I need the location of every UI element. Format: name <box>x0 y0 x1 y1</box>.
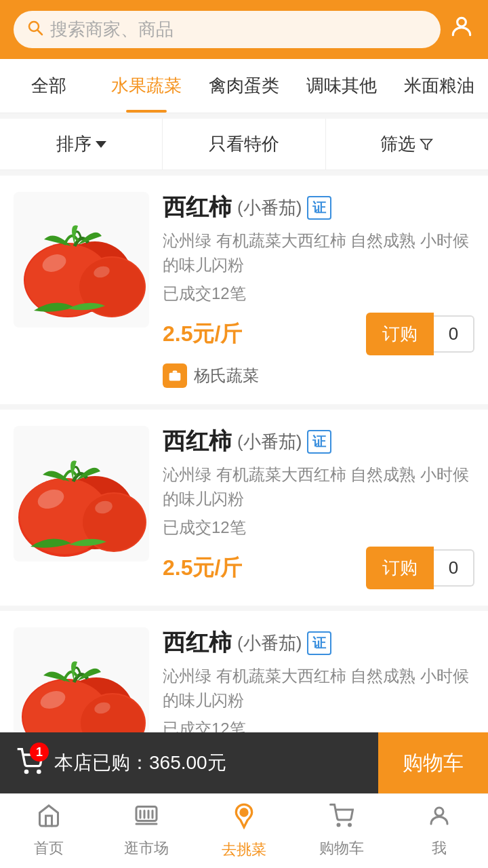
svg-point-2 <box>458 18 466 26</box>
nav-pick-label: 去挑菜 <box>222 840 266 860</box>
market-icon <box>134 804 159 834</box>
user-icon[interactable] <box>449 14 474 45</box>
product-image-1 <box>14 192 149 328</box>
tomato-svg-2 <box>14 426 149 561</box>
svg-point-34 <box>241 809 247 816</box>
category-all[interactable]: 全部 <box>0 59 98 113</box>
product-card-2: 西红柿 (小番茄) 证 沁州绿 有机蔬菜大西红柿 自然成熟 小时候的味儿闪粉 已… <box>0 410 488 606</box>
product-title-2: 西红柿 (小番茄) 证 <box>163 426 474 457</box>
sort-arrow-icon <box>96 141 106 148</box>
price-row-1: 2.5元/斤 订购 0 <box>163 313 474 355</box>
svg-point-26 <box>25 770 27 772</box>
product-name-sub-1: (小番茄) <box>237 196 302 220</box>
svg-point-27 <box>38 770 40 772</box>
product-name-sub-2: (小番茄) <box>237 430 302 454</box>
product-name-sub-3: (小番茄) <box>237 631 302 655</box>
go-to-cart-button[interactable]: 购物车 <box>378 732 488 793</box>
nav-me-label: 我 <box>432 838 447 859</box>
pick-icon <box>230 802 258 835</box>
product-info-2: 西红柿 (小番茄) 证 沁州绿 有机蔬菜大西红柿 自然成熟 小时候的味儿闪粉 已… <box>163 426 474 589</box>
cart-bar: 1 本店已购：365.00元 购物车 <box>0 732 488 793</box>
search-input-placeholder: 搜索商家、商品 <box>50 18 174 41</box>
nav-home[interactable]: 首页 <box>0 797 98 865</box>
nav-home-label: 首页 <box>34 838 64 859</box>
category-fruits-veg[interactable]: 水果蔬菜 <box>98 59 195 113</box>
category-meat-eggs[interactable]: 禽肉蛋类 <box>195 59 293 113</box>
screen-label: 筛选 <box>380 132 415 156</box>
category-seasoning[interactable]: 调味其他 <box>293 59 390 113</box>
cert-badge-1: 证 <box>307 196 331 220</box>
nav-me[interactable]: 我 <box>390 797 488 865</box>
special-filter[interactable]: 只看特价 <box>163 119 325 170</box>
cart-icon-wrap: 1 <box>16 748 43 778</box>
nav-cart[interactable]: 购物车 <box>293 797 390 865</box>
cart-info: 1 本店已购：365.00元 <box>0 748 378 778</box>
filter-bar: 排序 只看特价 筛选 <box>0 119 488 170</box>
svg-point-35 <box>338 824 340 826</box>
order-button-1[interactable]: 订购 <box>366 313 434 355</box>
product-desc-1: 沁州绿 有机蔬菜大西红柿 自然成熟 小时候的味儿闪粉 <box>163 229 474 277</box>
search-icon <box>27 20 43 40</box>
product-stats-2: 已成交12笔 <box>163 517 474 538</box>
product-stats-1: 已成交12笔 <box>163 283 474 304</box>
product-desc-3: 沁州绿 有机蔬菜大西红柿 自然成熟 小时候的味儿闪粉 <box>163 664 474 713</box>
nav-cart-label: 购物车 <box>319 838 364 859</box>
product-desc-2: 沁州绿 有机蔬菜大西红柿 自然成熟 小时候的味儿闪粉 <box>163 462 474 511</box>
cart-nav-icon <box>329 804 354 834</box>
product-image-2 <box>14 426 149 561</box>
product-info-1: 西红柿 (小番茄) 证 沁州绿 有机蔬菜大西红柿 自然成熟 小时候的味儿闪粉 已… <box>163 192 474 388</box>
screen-filter[interactable]: 筛选 <box>326 119 488 170</box>
svg-point-0 <box>29 22 39 31</box>
cert-badge-2: 证 <box>307 430 331 454</box>
order-btn-wrap-2: 订购 0 <box>366 547 474 589</box>
header: 搜索商家、商品 <box>0 0 488 59</box>
svg-marker-3 <box>421 139 432 149</box>
bottom-nav: 首页 逛市场 去挑菜 <box>0 793 488 868</box>
tomato-svg-1 <box>14 192 149 328</box>
store-icon-1 <box>163 363 187 388</box>
nav-market-label: 逛市场 <box>124 838 169 859</box>
sort-filter[interactable]: 排序 <box>0 119 163 170</box>
filter-icon <box>420 138 433 151</box>
svg-point-36 <box>349 824 351 826</box>
svg-point-37 <box>435 808 443 816</box>
store-row-1: 杨氏蔬菜 <box>163 363 474 388</box>
order-button-2[interactable]: 订购 <box>366 547 434 589</box>
search-bar[interactable]: 搜索商家、商品 <box>14 11 441 48</box>
price-row-2: 2.5元/斤 订购 0 <box>163 547 474 589</box>
special-label: 只看特价 <box>209 132 279 156</box>
quantity-box-2[interactable]: 0 <box>434 549 474 587</box>
category-grains[interactable]: 米面粮油 <box>390 59 488 113</box>
sort-label: 排序 <box>56 132 92 156</box>
quantity-box-1[interactable]: 0 <box>434 315 474 353</box>
product-title-1: 西红柿 (小番茄) 证 <box>163 192 474 223</box>
nav-pick[interactable]: 去挑菜 <box>195 795 293 867</box>
svg-line-1 <box>38 31 42 35</box>
cert-badge-3: 证 <box>307 631 331 655</box>
store-name-1: 杨氏蔬菜 <box>194 365 259 387</box>
product-list: 西红柿 (小番茄) 证 沁州绿 有机蔬菜大西红柿 自然成熟 小时候的味儿闪粉 已… <box>0 176 488 807</box>
product-name-main-2: 西红柿 <box>163 426 232 457</box>
product-price-1: 2.5元/斤 <box>163 319 242 349</box>
user-nav-icon <box>427 804 451 834</box>
order-btn-wrap-1: 订购 0 <box>366 313 474 355</box>
product-name-main-3: 西红柿 <box>163 627 232 658</box>
category-nav: 全部 水果蔬菜 禽肉蛋类 调味其他 米面粮油 <box>0 59 488 113</box>
svg-rect-11 <box>169 373 181 381</box>
product-price-2: 2.5元/斤 <box>163 553 242 583</box>
cart-badge: 1 <box>30 743 49 762</box>
product-title-3: 西红柿 (小番茄) 证 <box>163 627 474 658</box>
cart-summary-text: 本店已购：365.00元 <box>54 750 226 776</box>
nav-market[interactable]: 逛市场 <box>98 797 195 865</box>
product-card-1: 西红柿 (小番茄) 证 沁州绿 有机蔬菜大西红柿 自然成熟 小时候的味儿闪粉 已… <box>0 176 488 404</box>
home-icon <box>37 804 61 834</box>
product-name-main-1: 西红柿 <box>163 192 232 223</box>
